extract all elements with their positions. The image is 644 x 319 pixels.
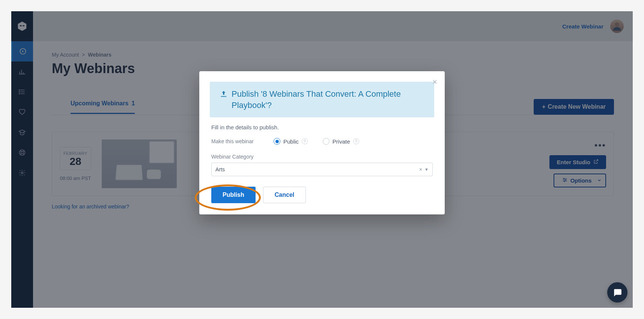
chevron-down-icon: ▼ [424,167,429,172]
radio-private-label: Private [333,138,350,145]
category-select[interactable]: Arts × ▼ [211,163,433,176]
publish-modal: × Publish '8 Webinars That Convert: A Co… [199,71,445,214]
chat-launcher[interactable] [607,282,627,303]
cancel-button[interactable]: Cancel [263,187,306,203]
modal-subtitle: Fill in the details to publish. [211,124,433,130]
help-icon[interactable]: ? [302,138,308,144]
chat-icon [612,288,622,297]
help-icon[interactable]: ? [353,138,359,144]
publish-button[interactable]: Publish [211,187,256,203]
modal-close-button[interactable]: × [432,78,437,86]
radio-public-label: Public [283,138,299,145]
radio-public-input[interactable] [274,138,280,145]
category-label: Webinar Category [211,154,433,160]
radio-private[interactable]: Private ? [323,138,359,145]
radio-public[interactable]: Public ? [274,138,308,145]
category-selected-value: Arts [215,166,225,172]
category-clear[interactable]: × [419,166,422,172]
modal-title: Publish '8 Webinars That Convert: A Comp… [232,88,424,111]
upload-icon [220,90,228,98]
visibility-row: Make this webinar Public ? Private ? [211,138,433,145]
modal-banner: Publish '8 Webinars That Convert: A Comp… [210,82,434,117]
radio-private-input[interactable] [323,138,330,145]
visibility-label: Make this webinar [211,138,260,144]
